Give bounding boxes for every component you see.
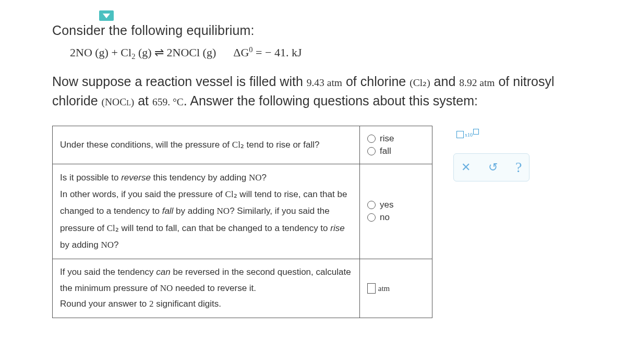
label-no: no xyxy=(380,212,390,223)
delta-g-sup: 0 xyxy=(249,45,252,54)
q3-num: 2 xyxy=(149,299,154,309)
q3-l1a: If you said the tendency xyxy=(60,267,156,277)
paragraph-setup: Now suppose a reaction vessel is filled … xyxy=(52,72,574,111)
delta-g-value: = − 41. kJ xyxy=(253,46,302,59)
cl2-label: (Cl₂) xyxy=(410,77,430,88)
radio-rise[interactable] xyxy=(367,135,376,143)
q3-l1c: needed to reverse it. xyxy=(173,283,256,293)
pressure-cl2-value: 9.43 atm xyxy=(307,77,342,88)
label-fall: fall xyxy=(380,146,391,156)
para-text-e: at xyxy=(134,93,152,108)
equation-lhs: 2NO (g) + Cl xyxy=(70,46,131,59)
q1-text: Under these conditions, will the pressur… xyxy=(53,126,360,164)
q1-text-b: tend to rise or fall? xyxy=(244,140,320,150)
button-row: ✕ ↺ ? xyxy=(453,153,529,181)
chevron-down-icon xyxy=(103,14,110,18)
q2-l2c: by adding xyxy=(173,206,216,216)
q3-chem1: NO xyxy=(160,283,173,293)
q3-l2a: Round your answer to xyxy=(60,299,149,309)
q2-chem1: NO xyxy=(249,173,262,183)
pressure-nocl-value: 8.92 atm xyxy=(459,77,495,88)
collapse-toggle[interactable] xyxy=(99,10,114,21)
q2-l2g: ? xyxy=(114,240,118,250)
q2-answers: yes no xyxy=(360,164,432,259)
clear-button[interactable]: ✕ xyxy=(461,161,471,174)
delta-g-symbol: ΔG xyxy=(233,46,249,59)
q1-chem: Cl₂ xyxy=(232,140,244,150)
exponent-box-icon xyxy=(473,129,479,135)
q2-chem2: Cl₂ xyxy=(225,189,237,199)
q2-l2f: by adding xyxy=(60,240,101,250)
q2-chem3: NO xyxy=(217,206,230,216)
q3-text: If you said the tendency can be reversed… xyxy=(53,259,360,318)
help-button[interactable]: ? xyxy=(515,159,522,176)
radio-fall[interactable] xyxy=(367,147,376,155)
mantissa-box-icon xyxy=(456,131,464,138)
q2-italic3: rise xyxy=(330,223,344,233)
q1-text-a: Under these conditions, will the pressur… xyxy=(60,140,232,150)
scientific-notation-button[interactable]: x10 xyxy=(453,126,482,144)
q2-italic1: reverse xyxy=(121,173,151,183)
para-text-c: and xyxy=(430,74,460,89)
control-panel: x10 ✕ ↺ ? xyxy=(453,126,529,181)
question-table: Under these conditions, will the pressur… xyxy=(52,126,432,318)
q2-l2a: In other words, if you said the pressure… xyxy=(60,189,225,199)
label-yes: yes xyxy=(380,200,393,210)
x10-label: x10 xyxy=(465,132,473,138)
pressure-input[interactable] xyxy=(367,283,376,294)
q2-l1c: ? xyxy=(262,173,267,183)
reset-button[interactable]: ↺ xyxy=(488,161,498,174)
q2-text: Is it possible to reverse this tendency … xyxy=(53,164,360,259)
unit-atm: atm xyxy=(378,284,390,293)
para-text-b: of chlorine xyxy=(342,74,410,89)
q2-chem4: Cl₂ xyxy=(107,223,119,233)
q3-italic1: can xyxy=(156,267,170,277)
q2-italic2: fall xyxy=(162,206,174,216)
heading-equilibrium: Consider the following equilibrium: xyxy=(52,23,574,38)
q2-l1a: Is it possible to xyxy=(60,173,121,183)
radio-yes[interactable] xyxy=(367,201,376,209)
nocl-label: (NOCl) xyxy=(102,96,135,107)
q2-l1b: this tendency by adding xyxy=(151,173,249,183)
para-text-a: Now suppose a reaction vessel is filled … xyxy=(52,74,307,89)
equation-line: 2NO (g) + Cl2 (g) ⇌ 2NOCl (g) ΔG0 = − 41… xyxy=(70,45,574,62)
q2-chem5: NO xyxy=(101,240,114,250)
equation-rhs: (g) ⇌ 2NOCl (g) xyxy=(135,46,216,59)
q3-answer: atm xyxy=(360,259,432,318)
label-rise: rise xyxy=(380,134,394,144)
q1-answers: rise fall xyxy=(360,126,432,164)
radio-no[interactable] xyxy=(367,213,376,222)
para-text-f: . Answer the following questions about t… xyxy=(184,93,478,108)
temperature-value: 659. °C xyxy=(152,96,184,107)
q2-l2e: will tend to fall, can that be changed t… xyxy=(119,223,330,233)
q3-l2b: significant digits. xyxy=(154,299,221,309)
